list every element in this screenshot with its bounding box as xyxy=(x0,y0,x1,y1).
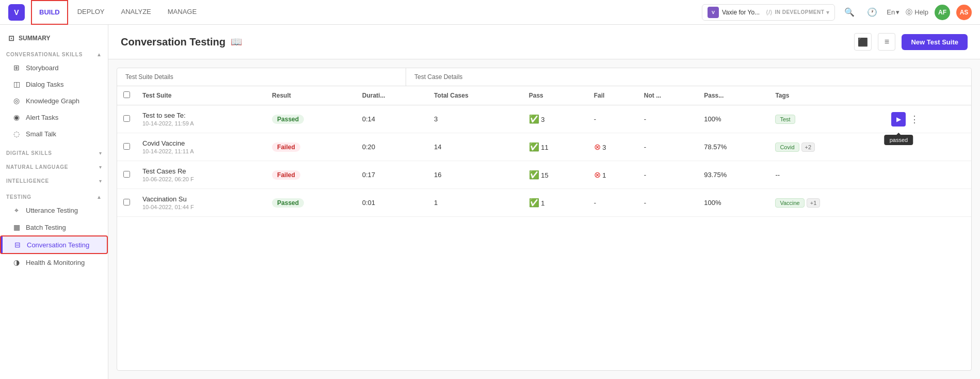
pass-cell: ✅ 15 xyxy=(523,161,588,189)
sidebar-item-health-monitoring[interactable]: ◑ Health & Monitoring xyxy=(0,254,108,271)
not-run-cell: - xyxy=(638,105,698,133)
env-chevron-icon: ▾ xyxy=(826,9,829,16)
env-name: Vaxie for Yo... xyxy=(722,9,760,16)
nav-tab-analyze[interactable]: ANALYZE xyxy=(114,0,158,25)
sidebar-item-utterance-testing[interactable]: ⌖ Utterance Testing xyxy=(0,202,108,219)
main-content: Conversation Testing 📖 ⬛ ≡ New Test Suit… xyxy=(108,25,980,379)
suite-date: 10-14-2022, 11:59 A xyxy=(142,120,260,127)
col-not-run: Not ... xyxy=(638,86,698,105)
filter-icon[interactable]: ≡ xyxy=(878,33,895,51)
result-cell: Failed xyxy=(266,161,356,189)
result-badge: Failed xyxy=(272,143,300,152)
avatar-af[interactable]: AF xyxy=(935,5,950,20)
sidebar: ⊡ SUMMARY CONVERSATIONAL SKILLS ▲ ⊞ Stor… xyxy=(0,25,108,379)
row-checkbox-cell[interactable] xyxy=(117,133,136,161)
pass-rate-cell: 78.57% xyxy=(698,133,769,161)
sidebar-item-knowledge-graph[interactable]: ◎ Knowledge Graph xyxy=(0,92,108,109)
more-options-button[interactable]: ⋮ xyxy=(908,114,921,125)
col-pass: Pass xyxy=(523,86,588,105)
main-layout: ⊡ SUMMARY CONVERSATIONAL SKILLS ▲ ⊞ Stor… xyxy=(0,25,980,379)
new-test-suite-button[interactable]: New Test Suite xyxy=(902,34,968,50)
small-talk-label: Small Talk xyxy=(26,130,56,138)
dialog-tasks-label: Dialog Tasks xyxy=(26,81,63,88)
digital-skills-chevron[interactable]: ▾ xyxy=(99,150,102,156)
page-title-area: Conversation Testing 📖 xyxy=(121,36,242,48)
summary-label: SUMMARY xyxy=(19,35,51,42)
col-test-suite: Test Suite xyxy=(136,86,266,105)
col-result: Result xyxy=(266,86,356,105)
health-monitoring-label: Health & Monitoring xyxy=(26,259,85,266)
col-duration: Durati... xyxy=(356,86,428,105)
nav-tab-deploy[interactable]: DEPLOY xyxy=(70,0,112,25)
clock-icon[interactable]: 🕐 xyxy=(864,4,880,21)
suite-name: Covid Vaccine xyxy=(142,139,260,147)
tag-label: Test xyxy=(775,115,795,124)
fail-cell: - xyxy=(588,105,638,133)
health-monitoring-icon: ◑ xyxy=(12,258,21,266)
suite-name-cell: Test to see Te: 10-14-2022, 11:59 A xyxy=(136,105,266,133)
language-selector[interactable]: En ▾ xyxy=(887,8,899,16)
sidebar-item-dialog-tasks[interactable]: ◫ Dialog Tasks xyxy=(0,76,108,92)
actions-cell: ▶ passed ⋮ xyxy=(885,105,971,133)
row-checkbox-cell[interactable] xyxy=(117,189,136,217)
small-talk-icon: ◌ xyxy=(12,130,21,138)
table-header-row: Test Suite Result Durati... Total Cases … xyxy=(117,86,971,105)
suite-date: 10-04-2022, 01:44 F xyxy=(142,204,260,210)
book-icon[interactable]: 📖 xyxy=(231,36,242,48)
pass-icon: ✅ xyxy=(529,115,539,123)
search-icon[interactable]: 🔍 xyxy=(841,4,858,21)
export-icon[interactable]: ⬛ xyxy=(854,33,872,51)
env-icon: V xyxy=(708,7,719,18)
duration-cell: 0:17 xyxy=(356,161,428,189)
row-checkbox-cell[interactable] xyxy=(117,161,136,189)
sidebar-item-batch-testing[interactable]: ▦ Batch Testing xyxy=(0,219,108,235)
sidebar-item-conversation-testing[interactable]: ⊟ Conversation Testing xyxy=(0,235,108,254)
data-table: Test Suite Result Durati... Total Cases … xyxy=(117,86,971,217)
pass-rate-cell: 100% xyxy=(698,189,769,217)
env-status: IN DEVELOPMENT xyxy=(775,9,824,15)
row-checkbox-cell[interactable] xyxy=(117,105,136,133)
run-button[interactable]: ▶ xyxy=(891,112,906,127)
sidebar-item-storyboard[interactable]: ⊞ Storyboard xyxy=(0,59,108,76)
batch-testing-label: Batch Testing xyxy=(26,224,66,231)
help-icon: ⓪ xyxy=(906,8,912,17)
total-cases-cell: 1 xyxy=(428,189,523,217)
select-all-checkbox[interactable] xyxy=(117,86,136,105)
table-row: Vaccination Su 10-04-2022, 01:44 F Passe… xyxy=(117,189,971,217)
conversational-skills-chevron[interactable]: ▲ xyxy=(97,52,102,57)
actions-cell xyxy=(885,133,971,161)
help-button[interactable]: ⓪ Help xyxy=(906,8,928,17)
testing-section: TESTING ▲ xyxy=(0,190,108,202)
suite-date: 10-06-2022, 06:20 F xyxy=(142,176,260,182)
testing-chevron[interactable]: ▲ xyxy=(97,194,102,200)
result-cell: Passed xyxy=(266,105,356,133)
sidebar-summary[interactable]: ⊡ SUMMARY xyxy=(0,29,108,48)
nav-tab-manage[interactable]: MANAGE xyxy=(160,0,204,25)
not-run-cell: - xyxy=(638,161,698,189)
actions-cell xyxy=(885,161,971,189)
environment-selector[interactable]: V Vaxie for Yo... ⟨/⟩ IN DEVELOPMENT ▾ xyxy=(702,4,835,21)
suite-name-cell: Vaccination Su 10-04-2022, 01:44 F xyxy=(136,189,266,217)
sidebar-item-alert-tasks[interactable]: ◉ Alert Tasks xyxy=(0,109,108,125)
lang-label: En xyxy=(887,8,895,16)
batch-testing-icon: ▦ xyxy=(12,223,21,231)
fail-cell: ⊗ 1 xyxy=(588,161,638,189)
suite-name: Vaccination Su xyxy=(142,195,260,203)
pass-rate-cell: 93.75% xyxy=(698,161,769,189)
natural-language-chevron[interactable]: ▾ xyxy=(99,164,102,170)
intelligence-chevron[interactable]: ▾ xyxy=(99,178,102,184)
tag-label: Vaccine xyxy=(775,198,804,208)
avatar-as[interactable]: AS xyxy=(956,5,972,20)
knowledge-graph-icon: ◎ xyxy=(12,97,21,105)
fail-cell: ⊗ 3 xyxy=(588,133,638,161)
result-badge: Failed xyxy=(272,170,300,180)
fail-icon: ⊗ xyxy=(594,170,601,179)
total-cases-cell: 3 xyxy=(428,105,523,133)
sidebar-item-small-talk[interactable]: ◌ Small Talk xyxy=(0,125,108,142)
not-run-cell: - xyxy=(638,133,698,161)
duration-cell: 0:01 xyxy=(356,189,428,217)
table-row: Covid Vaccine 10-14-2022, 11:11 A Failed… xyxy=(117,133,971,161)
pass-cell: ✅ 11 xyxy=(523,133,588,161)
nav-tab-build[interactable]: BUILD xyxy=(31,0,68,25)
summary-icon: ⊡ xyxy=(8,34,14,42)
